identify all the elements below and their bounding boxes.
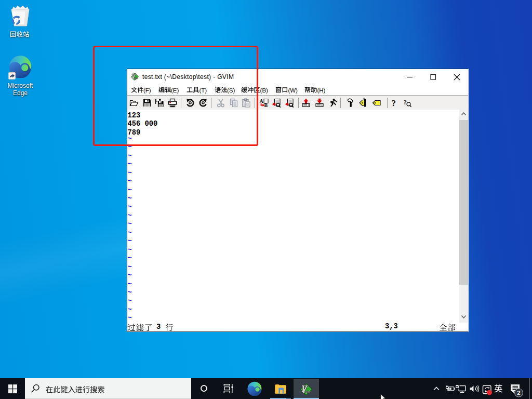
svg-text:2: 2 <box>517 390 520 396</box>
